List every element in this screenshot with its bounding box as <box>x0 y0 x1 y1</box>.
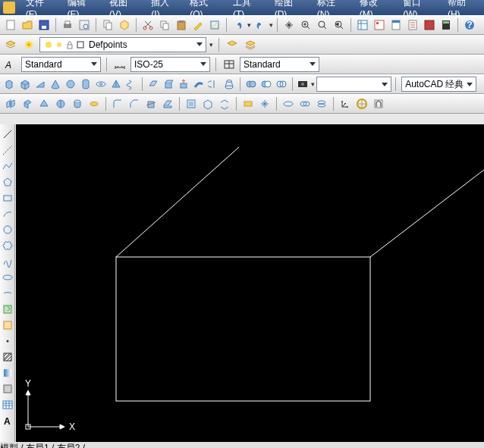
3dalign-button[interactable] <box>36 96 52 111</box>
hatch-button[interactable] <box>1 350 14 364</box>
copy-button[interactable] <box>157 17 172 33</box>
dropdown-arrow-icon[interactable]: ▾ <box>209 41 213 49</box>
pyramid-button[interactable] <box>109 77 123 92</box>
intersect-button[interactable] <box>275 77 288 92</box>
menu-insert[interactable]: 插入(I) <box>145 0 184 15</box>
insert-block-button[interactable] <box>1 302 14 316</box>
wedge-button[interactable] <box>33 77 47 92</box>
helix-button[interactable] <box>124 77 138 92</box>
design-center-button[interactable] <box>372 17 387 33</box>
render-button[interactable] <box>296 77 310 92</box>
layer-states-button[interactable] <box>243 37 258 52</box>
zoom-previous-button[interactable] <box>332 17 347 33</box>
mtext-button[interactable]: A <box>1 414 14 428</box>
ucs-button[interactable] <box>338 96 353 111</box>
layout-tabs[interactable]: 模型 / 布局1 / 布局2 / <box>0 443 85 448</box>
union-button[interactable] <box>244 77 258 92</box>
imprint-button[interactable] <box>281 96 296 111</box>
region-button[interactable] <box>1 382 14 396</box>
flatshot-button[interactable] <box>257 96 272 111</box>
ellipse-button[interactable] <box>1 271 14 284</box>
menu-window[interactable]: 窗口(W) <box>397 0 442 15</box>
rectangle-button[interactable] <box>1 191 14 205</box>
make-block-button[interactable] <box>1 318 14 332</box>
print-preview-button[interactable] <box>77 17 92 33</box>
drawing-area[interactable]: X Y <box>16 124 484 442</box>
cylinder-button[interactable] <box>79 77 93 92</box>
menu-modify[interactable]: 修改(M) <box>354 0 397 15</box>
section-plane-button[interactable] <box>240 96 256 111</box>
publish-button[interactable] <box>100 17 115 33</box>
table-button[interactable] <box>1 398 14 412</box>
open-button[interactable] <box>20 17 35 33</box>
loft-button[interactable] <box>222 77 236 92</box>
3dprint-button[interactable] <box>117 17 132 33</box>
fillet-edge-button[interactable] <box>110 96 125 111</box>
menu-help[interactable]: 帮助(H) <box>442 0 484 15</box>
spline-button[interactable] <box>1 255 14 268</box>
new-button[interactable] <box>3 17 18 33</box>
table-style-button[interactable] <box>222 57 237 72</box>
block-editor-button[interactable] <box>207 17 222 33</box>
revolve-button[interactable] <box>207 77 221 92</box>
layer-combo[interactable]: Defpoints <box>39 37 206 52</box>
menu-format[interactable]: 格式(O) <box>184 0 227 15</box>
text-style-button[interactable]: A <box>3 57 18 72</box>
redo-button[interactable] <box>253 17 268 33</box>
chamfer-edge-button[interactable] <box>127 96 142 111</box>
polygon-button[interactable] <box>1 175 14 189</box>
torus-button[interactable] <box>94 77 108 92</box>
tool-palettes-button[interactable] <box>388 17 404 33</box>
markup-button[interactable] <box>422 17 437 33</box>
menu-file[interactable]: 文件(F) <box>20 0 61 15</box>
point-button[interactable] <box>1 334 14 348</box>
menu-edit[interactable]: 编辑(E) <box>61 0 103 15</box>
layer-manager-button[interactable] <box>3 37 18 52</box>
undo-button[interactable] <box>231 17 246 33</box>
arc-button[interactable] <box>1 207 14 221</box>
dropdown-arrow-icon[interactable]: ▾ <box>311 80 315 88</box>
color-edges-button[interactable] <box>297 96 313 111</box>
properties-button[interactable] <box>355 17 370 33</box>
zoom-realtime-button[interactable] <box>298 17 313 33</box>
3darray-button[interactable] <box>86 96 102 111</box>
polyline-button[interactable] <box>1 159 14 173</box>
text-style-combo[interactable]: Standard <box>21 57 101 72</box>
layer-on-icon[interactable] <box>21 37 36 52</box>
table-style-combo[interactable]: Standard <box>240 57 319 72</box>
dropdown-arrow-icon[interactable]: ▾ <box>247 21 251 29</box>
planar-surface-button[interactable] <box>146 77 160 92</box>
polysolid-button[interactable] <box>3 77 17 92</box>
thicken-button[interactable] <box>160 96 175 111</box>
save-button[interactable] <box>36 17 52 33</box>
dim-style-button[interactable] <box>112 57 127 72</box>
convert-surface-button[interactable] <box>200 96 215 111</box>
quickcalc-button[interactable] <box>438 17 454 33</box>
box-button[interactable] <box>18 77 32 92</box>
construction-line-button[interactable] <box>1 143 14 157</box>
dim-style-combo[interactable]: ISO-25 <box>130 57 210 72</box>
convert-solid-button[interactable] <box>184 96 199 111</box>
sphere-button[interactable] <box>64 77 77 92</box>
pan-button[interactable] <box>281 17 297 33</box>
extrude-button[interactable] <box>162 77 175 92</box>
visual-style-combo[interactable] <box>316 77 391 92</box>
circle-button[interactable] <box>1 223 14 237</box>
slice-button[interactable] <box>143 96 159 111</box>
3dscale-button[interactable] <box>70 96 85 111</box>
presspull-button[interactable] <box>177 77 190 92</box>
menu-draw[interactable]: 绘图(D) <box>269 0 311 15</box>
sheet-set-button[interactable] <box>405 17 420 33</box>
workspace-combo[interactable]: AutoCAD 经典 <box>401 77 476 92</box>
3dmirror-button[interactable] <box>53 96 68 111</box>
dropdown-arrow-icon[interactable]: ▾ <box>269 21 273 29</box>
help-button[interactable]: ? <box>462 17 477 33</box>
copy-edges-button[interactable] <box>314 96 329 111</box>
line-button[interactable] <box>1 127 14 141</box>
extract-edges-button[interactable] <box>217 96 232 111</box>
paste-button[interactable] <box>174 17 189 33</box>
menu-tools[interactable]: 工具(T) <box>227 0 269 15</box>
3dmove-button[interactable] <box>3 96 18 111</box>
subtract-button[interactable] <box>259 77 273 92</box>
ucs-world-button[interactable] <box>354 96 369 111</box>
